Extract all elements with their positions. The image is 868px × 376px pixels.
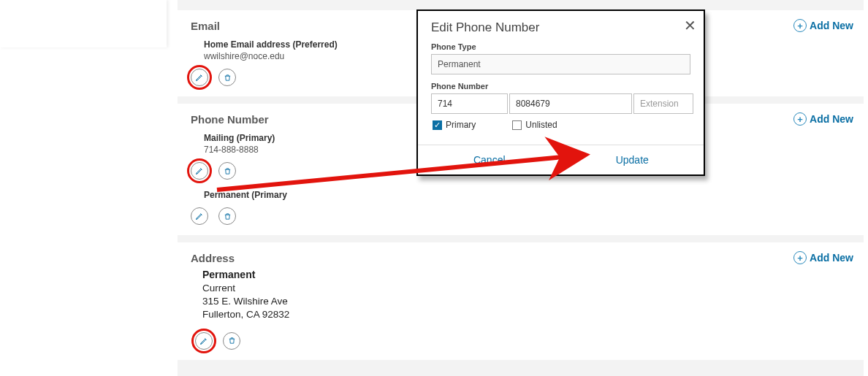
address-status: Current (202, 282, 850, 295)
pencil-icon (195, 73, 204, 82)
left-sidebar-fragment (0, 0, 167, 47)
plus-icon: + (793, 112, 807, 126)
checkbox-empty-icon (512, 120, 522, 130)
add-new-address-button[interactable]: + Add New (793, 251, 853, 264)
pencil-icon (195, 212, 204, 220)
edit-phone-modal: ✕ Edit Phone Number Phone Type Phone Num… (416, 9, 705, 176)
modal-close-button[interactable]: ✕ (684, 17, 696, 34)
add-new-label: Add New (810, 20, 853, 31)
delete-address-button[interactable] (223, 332, 240, 350)
address-label: Permanent (202, 269, 850, 280)
phone-number-label: Phone Number (431, 82, 690, 91)
unlisted-checkbox[interactable]: Unlisted (512, 120, 557, 130)
edit-phone-1-button[interactable] (191, 162, 208, 180)
delete-phone-1-button[interactable] (218, 162, 236, 180)
edit-phone-2-button[interactable] (191, 207, 208, 225)
edit-address-button[interactable] (195, 332, 213, 350)
address-header: Address (191, 252, 235, 264)
address-panel: Address + Add New Permanent Current 315 … (178, 242, 864, 360)
add-new-label: Add New (810, 113, 853, 125)
phone-type-input[interactable] (431, 54, 690, 74)
pencil-icon (195, 166, 204, 175)
phone-area-input[interactable] (431, 93, 508, 114)
plus-icon: + (793, 19, 807, 32)
unlisted-label: Unlisted (525, 120, 557, 130)
checkbox-checked-icon: ✓ (433, 120, 442, 130)
edit-email-button[interactable] (191, 69, 208, 86)
address-line1: 315 E. Wilshire Ave (202, 295, 850, 308)
primary-label: Primary (446, 120, 476, 130)
delete-email-button[interactable] (218, 69, 236, 86)
trash-icon (224, 212, 232, 221)
phone-header: Phone Number (191, 113, 269, 126)
phone-entry-2: Permanent (Primary (178, 190, 864, 204)
trash-icon (224, 73, 232, 83)
phone-type-label: Phone Type (431, 42, 690, 51)
add-new-label: Add New (810, 252, 853, 264)
cancel-button[interactable]: Cancel (418, 145, 561, 174)
pencil-icon (199, 337, 208, 345)
primary-checkbox[interactable]: ✓ Primary (433, 120, 476, 130)
address-line2: Fullerton, CA 92832 (202, 308, 850, 321)
phone-number-input[interactable] (509, 93, 632, 114)
email-header: Email (191, 20, 220, 32)
phone-ext-input[interactable] (633, 93, 693, 114)
phone-entry-2-title: Permanent (Primary (204, 190, 850, 200)
add-new-phone-button[interactable]: + Add New (793, 112, 853, 126)
address-entry: Permanent Current 315 E. Wilshire Ave Fu… (178, 269, 864, 325)
trash-icon (228, 336, 236, 345)
delete-phone-2-button[interactable] (218, 207, 236, 225)
plus-icon: + (793, 251, 807, 264)
update-button[interactable]: Update (561, 145, 704, 174)
modal-title: Edit Phone Number (431, 20, 690, 35)
trash-icon (224, 166, 232, 176)
add-new-email-button[interactable]: + Add New (793, 19, 853, 32)
